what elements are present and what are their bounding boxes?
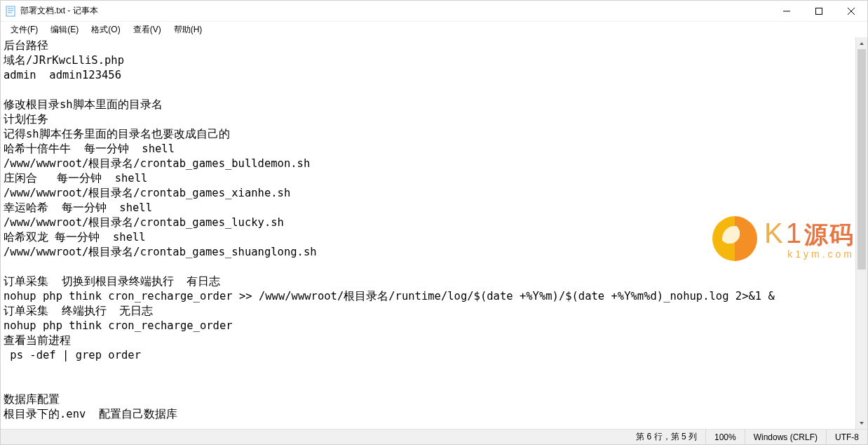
minimize-button[interactable] (771, 1, 803, 22)
status-line-ending: Windows (CRLF) (745, 430, 826, 444)
statusbar: 第 6 行，第 5 列 100% Windows (CRLF) UTF-8 (1, 429, 867, 444)
text-editor[interactable] (1, 37, 867, 429)
close-button[interactable] (835, 1, 867, 22)
svg-marker-9 (860, 422, 864, 425)
menu-file[interactable]: 文件(F) (5, 22, 43, 37)
content-area: K1 源码 k1ym.com (1, 37, 867, 429)
notepad-icon (5, 6, 16, 17)
scroll-thumb[interactable] (857, 49, 866, 270)
menu-format[interactable]: 格式(O) (86, 22, 126, 37)
svg-marker-8 (860, 42, 864, 45)
notepad-window: 部署文档.txt - 记事本 文件(F) 编辑(E) 格式(O) 查看(V) 帮… (0, 0, 868, 445)
svg-rect-5 (816, 8, 822, 15)
window-title: 部署文档.txt - 记事本 (20, 5, 98, 17)
titlebar-left: 部署文档.txt - 记事本 (1, 5, 98, 17)
status-encoding: UTF-8 (826, 430, 867, 444)
svg-rect-0 (6, 6, 15, 16)
maximize-button[interactable] (803, 1, 835, 22)
status-position: 第 6 行，第 5 列 (628, 430, 705, 444)
scroll-up-arrow-icon[interactable] (856, 37, 867, 49)
menubar: 文件(F) 编辑(E) 格式(O) 查看(V) 帮助(H) (1, 22, 867, 37)
menu-edit[interactable]: 编辑(E) (45, 22, 84, 37)
scroll-track[interactable] (856, 49, 867, 417)
scroll-down-arrow-icon[interactable] (856, 417, 867, 429)
menu-view[interactable]: 查看(V) (128, 22, 167, 37)
titlebar: 部署文档.txt - 记事本 (1, 1, 867, 22)
status-zoom: 100% (705, 430, 745, 444)
vertical-scrollbar[interactable] (855, 37, 867, 429)
menu-help[interactable]: 帮助(H) (168, 22, 208, 37)
window-controls (771, 1, 867, 21)
